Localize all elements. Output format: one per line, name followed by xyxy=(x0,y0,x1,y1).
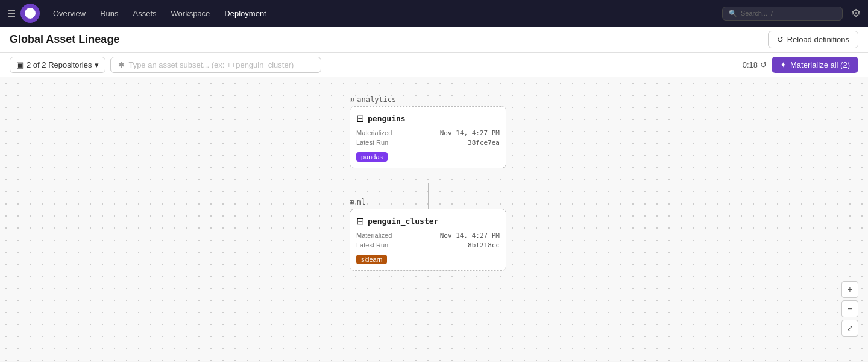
penguins-table-icon: ⊟ xyxy=(356,113,364,124)
chevron-down-icon: ▾ xyxy=(95,60,99,69)
subheader: Global Asset Lineage ↺ Reload definition… xyxy=(0,27,868,53)
ml-group-label: ⊞ ml xyxy=(350,198,506,206)
nav-overview[interactable]: Overview xyxy=(47,5,92,22)
materialize-all-button[interactable]: ✦ Materialize all (2) xyxy=(772,57,858,73)
asset-search-icon: ✱ xyxy=(118,60,125,69)
nav-assets[interactable]: Assets xyxy=(127,5,163,22)
menu-icon[interactable]: ☰ xyxy=(7,8,16,19)
repo-icon: ▣ xyxy=(16,60,24,69)
page-title: Global Asset Lineage xyxy=(10,33,119,46)
reload-icon: ↺ xyxy=(777,35,784,44)
penguins-materialized-row: Materialized Nov 14, 4:27 PM xyxy=(356,129,500,137)
zoom-controls: + − ⤢ xyxy=(841,281,858,337)
global-search[interactable]: 🔍 Search... / xyxy=(722,7,843,21)
penguins-materialized-value: Nov 14, 4:27 PM xyxy=(440,129,500,137)
analytics-group-label: ⊞ analytics xyxy=(350,95,506,104)
penguin-cluster-latestrun-label: Latest Run xyxy=(356,241,388,249)
timer-refresh-icon[interactable]: ↺ xyxy=(760,60,767,69)
penguins-tag[interactable]: pandas xyxy=(356,152,388,162)
ml-group: ⊞ ml ⊟ penguin_cluster Materialized Nov … xyxy=(350,198,506,271)
reload-label: Reload definitions xyxy=(787,35,849,44)
penguin-cluster-latestrun-row: Latest Run 8bf218cc xyxy=(356,241,500,249)
settings-icon[interactable]: ⚙ xyxy=(851,7,861,20)
nav-workspace[interactable]: Workspace xyxy=(165,5,216,22)
penguins-latestrun-label: Latest Run xyxy=(356,139,388,147)
ml-group-icon: ⊞ xyxy=(350,198,354,206)
zoom-in-button[interactable]: + xyxy=(841,281,858,298)
reload-definitions-button[interactable]: ↺ Reload definitions xyxy=(768,31,858,48)
penguin-cluster-materialized-label: Materialized xyxy=(356,232,392,240)
analytics-group: ⊞ analytics ⊟ penguins Materialized Nov … xyxy=(350,95,506,168)
search-label: Search... xyxy=(741,10,767,17)
penguins-card-header: ⊟ penguins xyxy=(356,113,500,124)
zoom-out-button[interactable]: − xyxy=(841,300,858,317)
penguins-materialized-label: Materialized xyxy=(356,129,392,137)
penguins-node-name: penguins xyxy=(368,114,406,123)
penguins-node-card[interactable]: ⊟ penguins Materialized Nov 14, 4:27 PM … xyxy=(350,106,506,168)
penguin-cluster-node-card[interactable]: ⊟ penguin_cluster Materialized Nov 14, 4… xyxy=(350,209,506,271)
penguin-cluster-node-name: penguin_cluster xyxy=(368,217,438,226)
analytics-group-name: analytics xyxy=(357,95,396,104)
app-logo xyxy=(20,4,40,23)
timer-value: 0:18 xyxy=(743,60,758,69)
penguin-cluster-materialized-value: Nov 14, 4:27 PM xyxy=(440,232,500,240)
toolbar: ▣ 2 of 2 Repositories ▾ ✱ Type an asset … xyxy=(0,53,868,77)
penguin-cluster-latestrun-value: 8bf218cc xyxy=(468,241,500,249)
repo-filter-button[interactable]: ▣ 2 of 2 Repositories ▾ xyxy=(10,57,105,73)
search-icon: 🔍 xyxy=(729,10,737,17)
ml-group-name: ml xyxy=(357,198,365,206)
asset-search-placeholder: Type an asset subset... (ex: ++penguin_c… xyxy=(128,60,294,69)
repo-filter-label: 2 of 2 Repositories xyxy=(27,60,92,69)
search-shortcut: / xyxy=(771,10,773,17)
top-navigation: ☰ Overview Runs Assets Workspace Deploym… xyxy=(0,0,868,27)
timer-display: 0:18 ↺ xyxy=(743,60,767,69)
penguins-latestrun-row: Latest Run 38fce7ea xyxy=(356,139,500,147)
penguin-cluster-card-header: ⊟ penguin_cluster xyxy=(356,215,500,227)
analytics-group-icon: ⊞ xyxy=(350,95,354,104)
materialize-icon: ✦ xyxy=(780,60,787,69)
penguin-cluster-table-icon: ⊟ xyxy=(356,215,364,227)
penguin-cluster-tag[interactable]: sklearn xyxy=(356,255,387,264)
nav-runs[interactable]: Runs xyxy=(94,5,124,22)
penguins-latestrun-value: 38fce7ea xyxy=(468,139,500,147)
lineage-canvas: ⊞ analytics ⊟ penguins Materialized Nov … xyxy=(0,77,868,361)
materialize-label: Materialize all (2) xyxy=(790,60,850,69)
asset-search-input[interactable]: ✱ Type an asset subset... (ex: ++penguin… xyxy=(110,57,321,73)
zoom-fit-button[interactable]: ⤢ xyxy=(841,320,858,337)
penguin-cluster-materialized-row: Materialized Nov 14, 4:27 PM xyxy=(356,232,500,240)
nav-deployment[interactable]: Deployment xyxy=(218,5,272,22)
